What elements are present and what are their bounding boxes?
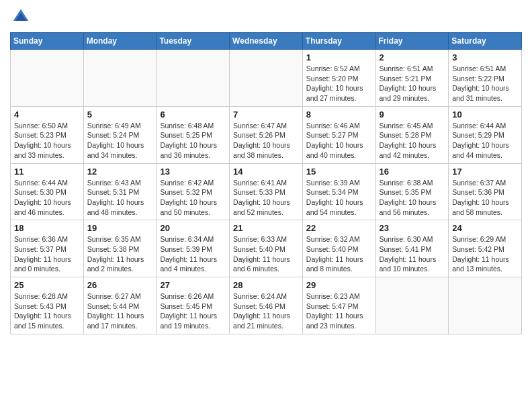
day-number: 11	[14, 167, 80, 177]
cell-info: Sunrise: 6:30 AM Sunset: 5:41 PM Dayligh…	[380, 234, 445, 274]
day-number: 5	[87, 109, 153, 120]
cell-info: Sunrise: 6:49 AM Sunset: 5:24 PM Dayligh…	[87, 121, 153, 161]
calendar-cell: 12Sunrise: 6:43 AM Sunset: 5:31 PM Dayli…	[83, 163, 157, 220]
cell-info: Sunrise: 6:51 AM Sunset: 5:21 PM Dayligh…	[380, 64, 445, 103]
calendar-cell: 24Sunrise: 6:29 AM Sunset: 5:42 PM Dayli…	[449, 220, 522, 277]
cell-info: Sunrise: 6:52 AM Sunset: 5:20 PM Dayligh…	[306, 64, 372, 103]
calendar-cell: 17Sunrise: 6:37 AM Sunset: 5:36 PM Dayli…	[449, 163, 522, 220]
cell-info: Sunrise: 6:24 AM Sunset: 5:46 PM Dayligh…	[233, 291, 299, 331]
calendar-cell	[157, 50, 230, 107]
weekday-header-wednesday: Wednesday	[230, 33, 303, 50]
day-number: 10	[452, 109, 518, 120]
day-number: 2	[380, 52, 445, 62]
cell-info: Sunrise: 6:26 AM Sunset: 5:45 PM Dayligh…	[160, 291, 226, 331]
calendar-cell: 18Sunrise: 6:36 AM Sunset: 5:37 PM Dayli…	[11, 220, 84, 277]
calendar-week-row: 11Sunrise: 6:44 AM Sunset: 5:30 PM Dayli…	[11, 163, 522, 220]
day-number: 24	[452, 223, 518, 233]
calendar-cell: 3Sunrise: 6:51 AM Sunset: 5:22 PM Daylig…	[449, 50, 522, 107]
calendar-cell: 20Sunrise: 6:34 AM Sunset: 5:39 PM Dayli…	[157, 220, 230, 277]
day-number: 8	[306, 109, 372, 120]
calendar-cell: 10Sunrise: 6:44 AM Sunset: 5:29 PM Dayli…	[449, 106, 522, 163]
day-number: 19	[87, 223, 153, 233]
calendar-cell: 27Sunrise: 6:26 AM Sunset: 5:45 PM Dayli…	[157, 277, 230, 334]
day-number: 25	[14, 280, 80, 290]
cell-info: Sunrise: 6:39 AM Sunset: 5:34 PM Dayligh…	[306, 178, 372, 218]
cell-info: Sunrise: 6:43 AM Sunset: 5:31 PM Dayligh…	[87, 178, 153, 218]
calendar-week-row: 1Sunrise: 6:52 AM Sunset: 5:20 PM Daylig…	[11, 50, 522, 107]
day-number: 13	[160, 167, 226, 177]
weekday-header-saturday: Saturday	[449, 33, 522, 50]
cell-info: Sunrise: 6:44 AM Sunset: 5:29 PM Dayligh…	[452, 121, 518, 161]
calendar-cell: 5Sunrise: 6:49 AM Sunset: 5:24 PM Daylig…	[83, 106, 157, 163]
cell-info: Sunrise: 6:34 AM Sunset: 5:39 PM Dayligh…	[160, 234, 226, 274]
calendar-cell: 28Sunrise: 6:24 AM Sunset: 5:46 PM Dayli…	[230, 277, 303, 334]
cell-info: Sunrise: 6:23 AM Sunset: 5:47 PM Dayligh…	[306, 291, 372, 331]
day-number: 14	[233, 167, 299, 177]
weekday-header-row: SundayMondayTuesdayWednesdayThursdayFrid…	[11, 33, 522, 50]
cell-info: Sunrise: 6:27 AM Sunset: 5:44 PM Dayligh…	[87, 291, 153, 331]
cell-info: Sunrise: 6:38 AM Sunset: 5:35 PM Dayligh…	[380, 178, 445, 218]
day-number: 6	[160, 109, 226, 120]
cell-info: Sunrise: 6:29 AM Sunset: 5:42 PM Dayligh…	[452, 234, 518, 274]
calendar-cell: 19Sunrise: 6:35 AM Sunset: 5:38 PM Dayli…	[83, 220, 157, 277]
cell-info: Sunrise: 6:33 AM Sunset: 5:40 PM Dayligh…	[233, 234, 299, 274]
cell-info: Sunrise: 6:48 AM Sunset: 5:25 PM Dayligh…	[160, 121, 226, 161]
calendar-week-row: 18Sunrise: 6:36 AM Sunset: 5:37 PM Dayli…	[11, 220, 522, 277]
cell-info: Sunrise: 6:37 AM Sunset: 5:36 PM Dayligh…	[452, 178, 518, 218]
cell-info: Sunrise: 6:51 AM Sunset: 5:22 PM Dayligh…	[452, 64, 518, 103]
calendar-cell: 9Sunrise: 6:45 AM Sunset: 5:28 PM Daylig…	[375, 106, 449, 163]
calendar-cell: 26Sunrise: 6:27 AM Sunset: 5:44 PM Dayli…	[83, 277, 157, 334]
day-number: 16	[380, 167, 445, 177]
calendar-week-row: 25Sunrise: 6:28 AM Sunset: 5:43 PM Dayli…	[11, 277, 522, 334]
day-number: 15	[306, 167, 372, 177]
calendar-cell: 2Sunrise: 6:51 AM Sunset: 5:21 PM Daylig…	[375, 50, 449, 107]
weekday-header-sunday: Sunday	[11, 33, 84, 50]
calendar-cell	[230, 50, 303, 107]
day-number: 28	[233, 280, 299, 290]
calendar-cell: 14Sunrise: 6:41 AM Sunset: 5:33 PM Dayli…	[230, 163, 303, 220]
calendar-cell: 25Sunrise: 6:28 AM Sunset: 5:43 PM Dayli…	[11, 277, 84, 334]
cell-info: Sunrise: 6:32 AM Sunset: 5:40 PM Dayligh…	[306, 234, 372, 274]
calendar-cell	[375, 277, 449, 334]
weekday-header-tuesday: Tuesday	[157, 33, 230, 50]
logo	[10, 11, 30, 28]
day-number: 3	[452, 52, 518, 62]
day-number: 29	[306, 280, 372, 290]
calendar-cell: 11Sunrise: 6:44 AM Sunset: 5:30 PM Dayli…	[11, 163, 84, 220]
day-number: 1	[306, 52, 372, 62]
cell-info: Sunrise: 6:46 AM Sunset: 5:27 PM Dayligh…	[306, 121, 372, 161]
calendar-header: SundayMondayTuesdayWednesdayThursdayFrid…	[11, 33, 522, 50]
calendar-cell: 16Sunrise: 6:38 AM Sunset: 5:35 PM Dayli…	[375, 163, 449, 220]
day-number: 17	[452, 167, 518, 177]
calendar-body: 1Sunrise: 6:52 AM Sunset: 5:20 PM Daylig…	[11, 50, 522, 334]
day-number: 23	[380, 223, 445, 233]
calendar-cell: 6Sunrise: 6:48 AM Sunset: 5:25 PM Daylig…	[157, 106, 230, 163]
weekday-header-friday: Friday	[375, 33, 449, 50]
day-number: 26	[87, 280, 153, 290]
page-header	[10, 7, 522, 28]
calendar-cell: 23Sunrise: 6:30 AM Sunset: 5:41 PM Dayli…	[375, 220, 449, 277]
cell-info: Sunrise: 6:47 AM Sunset: 5:26 PM Dayligh…	[233, 121, 299, 161]
weekday-header-thursday: Thursday	[302, 33, 375, 50]
weekday-header-monday: Monday	[83, 33, 157, 50]
day-number: 9	[380, 109, 445, 120]
calendar-cell	[83, 50, 157, 107]
calendar-cell: 13Sunrise: 6:42 AM Sunset: 5:32 PM Dayli…	[157, 163, 230, 220]
cell-info: Sunrise: 6:44 AM Sunset: 5:30 PM Dayligh…	[14, 178, 80, 218]
day-number: 4	[14, 109, 80, 120]
cell-info: Sunrise: 6:45 AM Sunset: 5:28 PM Dayligh…	[380, 121, 445, 161]
cell-info: Sunrise: 6:36 AM Sunset: 5:37 PM Dayligh…	[14, 234, 80, 274]
cell-info: Sunrise: 6:50 AM Sunset: 5:23 PM Dayligh…	[14, 121, 80, 161]
calendar-cell: 21Sunrise: 6:33 AM Sunset: 5:40 PM Dayli…	[230, 220, 303, 277]
day-number: 27	[160, 280, 226, 290]
day-number: 22	[306, 223, 372, 233]
calendar-cell	[11, 50, 84, 107]
calendar-cell: 29Sunrise: 6:23 AM Sunset: 5:47 PM Dayli…	[302, 277, 375, 334]
calendar-cell: 8Sunrise: 6:46 AM Sunset: 5:27 PM Daylig…	[302, 106, 375, 163]
calendar-week-row: 4Sunrise: 6:50 AM Sunset: 5:23 PM Daylig…	[11, 106, 522, 163]
day-number: 20	[160, 223, 226, 233]
day-number: 18	[14, 223, 80, 233]
calendar-cell: 7Sunrise: 6:47 AM Sunset: 5:26 PM Daylig…	[230, 106, 303, 163]
logo-icon	[12, 8, 30, 26]
calendar-cell	[449, 277, 522, 334]
